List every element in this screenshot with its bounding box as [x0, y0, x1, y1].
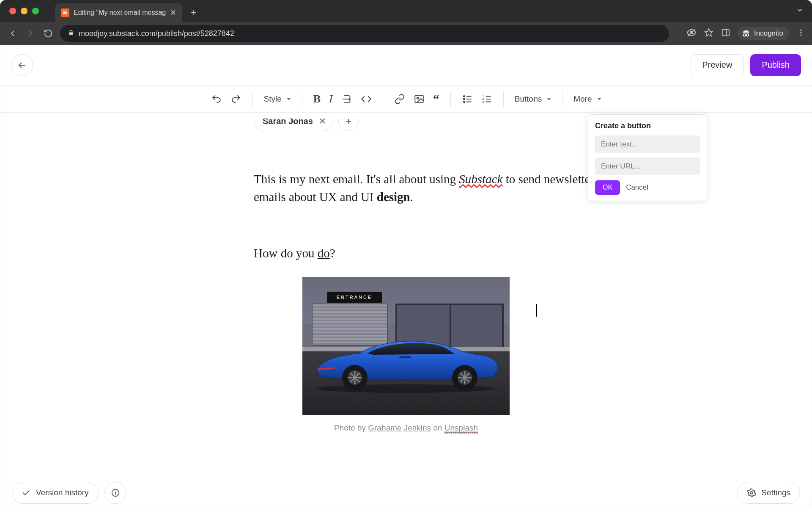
author-name: Saran Jonas	[263, 116, 313, 126]
svg-point-18	[464, 95, 465, 97]
panel-icon[interactable]	[721, 28, 730, 39]
car-illustration	[308, 330, 503, 394]
tabs-overflow-icon[interactable]	[796, 6, 804, 16]
svg-text:3: 3	[482, 99, 484, 103]
svg-point-19	[464, 98, 465, 99]
italic-icon[interactable]: I	[329, 93, 333, 105]
entrance-sign: ENTRANCE	[327, 292, 382, 303]
spellcheck-underline: Substack	[459, 172, 502, 186]
content-image[interactable]: ENTRANCE	[302, 277, 510, 415]
editor-footer: Version history Settings	[0, 482, 812, 504]
style-dropdown[interactable]: Style	[264, 94, 291, 104]
settings-button[interactable]: Settings	[737, 482, 800, 504]
reload-icon[interactable]	[42, 29, 54, 38]
browser-tab[interactable]: Editing "My next email messag ✕	[55, 3, 182, 22]
tab-strip: Editing "My next email messag ✕ ＋	[0, 0, 812, 22]
caption-author-link[interactable]: Grahame Jenkins	[368, 423, 431, 432]
svg-rect-16	[415, 95, 423, 102]
popover-title: Create a button	[595, 121, 700, 130]
buttons-dropdown[interactable]: Buttons	[515, 94, 551, 104]
svg-point-17	[417, 97, 418, 99]
preview-button[interactable]: Preview	[691, 54, 743, 76]
popover-cancel-button[interactable]: Cancel	[626, 183, 648, 192]
new-tab-button[interactable]: ＋	[189, 6, 198, 19]
window-controls	[9, 8, 39, 14]
svg-rect-2	[69, 32, 73, 35]
button-text-input[interactable]	[595, 135, 700, 153]
app-header: Preview Publish	[0, 45, 812, 86]
bookmark-star-icon[interactable]	[704, 28, 713, 39]
svg-rect-46	[399, 356, 411, 358]
svg-rect-1	[63, 12, 67, 13]
maximize-window-icon[interactable]	[32, 8, 39, 14]
tab-title: Editing "My next email messag	[74, 9, 166, 17]
quote-icon[interactable]: “	[433, 92, 439, 106]
image-icon[interactable]	[414, 94, 425, 105]
svg-marker-5	[705, 29, 713, 36]
url-text: moodjoy.substack.com/publish/post/528278…	[79, 29, 234, 38]
svg-point-8	[743, 34, 746, 36]
strikethrough-icon[interactable]	[341, 94, 352, 105]
info-button[interactable]	[104, 482, 126, 504]
svg-point-12	[800, 32, 801, 33]
close-window-icon[interactable]	[9, 8, 16, 14]
paragraph-2[interactable]: How do you do?	[254, 246, 609, 260]
code-icon[interactable]	[361, 94, 372, 105]
svg-point-11	[800, 30, 801, 31]
minimize-window-icon[interactable]	[21, 8, 27, 14]
button-url-input[interactable]	[595, 157, 700, 175]
svg-point-20	[464, 101, 465, 102]
substack-favicon-icon	[61, 8, 69, 17]
redo-icon[interactable]	[230, 94, 241, 105]
bold-icon[interactable]: B	[313, 93, 321, 105]
incognito-label: Incognito	[754, 29, 783, 38]
image-caption[interactable]: Photo by Grahame Jenkins on Unsplash	[302, 423, 510, 433]
paragraph-1[interactable]: This is my next email. It's all about us…	[254, 170, 626, 206]
svg-rect-6	[722, 30, 730, 36]
editor-back-button[interactable]	[11, 54, 33, 76]
undo-icon[interactable]	[211, 94, 222, 105]
svg-rect-0	[63, 11, 67, 12]
browser-menu-icon[interactable]	[797, 28, 805, 39]
author-chip[interactable]: Saran Jonas ✕	[254, 113, 332, 131]
browser-chrome: Editing "My next email messag ✕ ＋ moodjo…	[0, 0, 812, 45]
svg-point-9	[746, 34, 749, 36]
add-author-button[interactable]: ＋	[338, 113, 359, 131]
version-history-button[interactable]: Version history	[12, 482, 99, 504]
popover-ok-button[interactable]: OK	[595, 180, 620, 195]
create-button-popover: Create a button OK Cancel	[588, 114, 707, 201]
publish-button[interactable]: Publish	[750, 54, 801, 76]
link-icon[interactable]	[394, 94, 405, 105]
lock-icon	[68, 29, 74, 38]
numbered-list-icon[interactable]: 123	[481, 94, 492, 105]
address-bar[interactable]: moodjoy.substack.com/publish/post/528278…	[60, 25, 669, 42]
svg-point-50	[751, 491, 753, 494]
caption-source-link[interactable]: Unsplash	[444, 423, 478, 433]
address-row: moodjoy.substack.com/publish/post/528278…	[0, 22, 812, 45]
forward-icon	[25, 28, 36, 39]
editor-toolbar: Style B I “ 123 Buttons More	[0, 86, 812, 113]
remove-author-icon[interactable]: ✕	[319, 116, 326, 126]
byline-row: Saran Jonas ✕ ＋	[254, 113, 609, 131]
svg-point-49	[115, 491, 116, 491]
incognito-icon	[741, 29, 751, 38]
more-dropdown[interactable]: More	[573, 94, 601, 104]
text-caret	[536, 304, 537, 317]
close-tab-icon[interactable]: ✕	[170, 8, 176, 17]
eye-off-icon[interactable]	[686, 28, 697, 39]
back-icon[interactable]	[7, 28, 19, 39]
svg-point-13	[800, 34, 801, 36]
image-figure[interactable]: ENTRANCE	[302, 277, 510, 433]
incognito-badge[interactable]: Incognito	[738, 27, 789, 40]
bullet-list-icon[interactable]	[462, 94, 473, 105]
